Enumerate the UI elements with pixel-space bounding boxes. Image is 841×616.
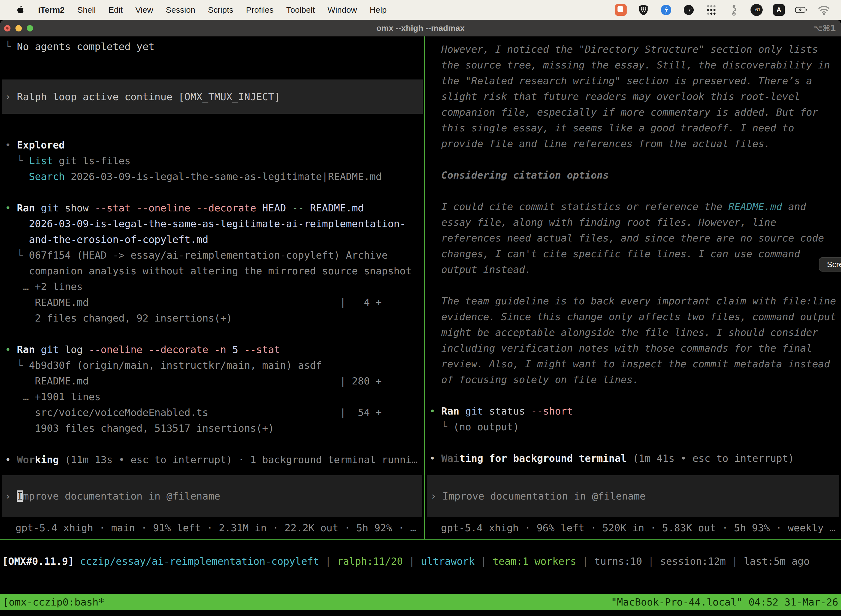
terminal-line: src/voice/voiceModeEnabled.ts | 54 + (5, 405, 424, 420)
window-shortcut-badge: ⌥⌘1 (813, 20, 836, 37)
text-segment: | (576, 556, 594, 567)
text-segment: Wai (441, 453, 459, 464)
text-segment: However, I noticed the "Directory Struct… (429, 44, 818, 55)
text-segment: this single essay, it seems like a good … (429, 122, 794, 133)
text-segment: git (459, 405, 483, 417)
text-segment: • (5, 139, 17, 151)
terminal-line: 2026-03-09-is-legal-the-same-as-legitima… (5, 216, 424, 232)
text-segment: … +2 lines (5, 281, 83, 292)
text-segment: companion analysis without altering the … (5, 265, 412, 277)
text-segment: --decorate (190, 202, 256, 214)
wifi-icon[interactable] (818, 4, 830, 16)
dots-grid-icon[interactable] (705, 4, 717, 16)
text-segment: status (483, 405, 525, 417)
left-terminal-pane[interactable]: └ No agents completed yet› Ralph loop ac… (0, 39, 424, 475)
text-segment: | (642, 556, 660, 567)
badge-61-icon[interactable]: ..61 (750, 4, 763, 16)
text-segment: mprove documentation in @filename (23, 490, 220, 502)
text-segment: (no output) (453, 421, 519, 433)
terminal-line: The team guideline is to back every impo… (429, 293, 841, 309)
text-segment: evidence. Since this change only affects… (429, 311, 836, 322)
terminal-line: • Working (11m 13s • esc to interrupt) ·… (5, 452, 424, 468)
text-segment: └ (5, 155, 29, 166)
menu-item-toolbelt[interactable]: Toolbelt (286, 5, 315, 15)
terminal-line: Considering citation options (429, 167, 841, 183)
text-segment: I could cite commit statistics or refere… (429, 201, 728, 212)
menu-item-profiles[interactable]: Profiles (246, 5, 273, 15)
menu-item-session[interactable]: Session (166, 5, 195, 15)
menu-item-iterm2[interactable]: iTerm2 (38, 5, 64, 15)
text-segment: changes, I can't cite specific file line… (429, 248, 800, 260)
terminal-line: including verification notes with those … (429, 340, 841, 356)
keyboard-layout-icon[interactable]: A (773, 4, 785, 16)
terminal-line: this single essay, it seems like a good … (429, 120, 841, 136)
text-segment: | (403, 556, 421, 567)
omx-status-bar: [OMX#0.11.9] cczip/essay/ai-reimplementa… (2, 553, 810, 569)
terminal-window[interactable]: └ No agents completed yet› Ralph loop ac… (0, 37, 841, 616)
tmux-status-bar: [omx-cczip0:bash* "MacBook-Pro-44.local"… (0, 594, 841, 610)
text-segment: companion file, especially if more comme… (429, 107, 818, 118)
text-segment: › (431, 490, 442, 502)
menu-item-window[interactable]: Window (328, 5, 357, 15)
text-segment: git ls-files (53, 155, 130, 166)
compass-icon[interactable] (660, 4, 672, 16)
tmux-host-clock: "MacBook-Pro-44.local" 04:52 31-Mar-26 (611, 594, 838, 610)
text-segment: provide file and line references from th… (429, 138, 770, 149)
text-segment: I (17, 490, 23, 502)
menu-item-scripts[interactable]: Scripts (208, 5, 233, 15)
left-prompt-input[interactable]: › Improve documentation in @filename (1, 475, 422, 517)
screen-sharing-popup[interactable]: Scre (819, 257, 841, 271)
terminal-line: 1903 files changed, 513517 insertions(+) (5, 420, 424, 436)
text-segment: HEAD (256, 202, 286, 214)
terminal-line: • Explored (5, 137, 424, 153)
text-segment: -n (208, 344, 226, 355)
text-segment: might be acceptable alongside the file l… (429, 327, 818, 338)
text-segment: of focusing solely on file lines. (429, 374, 639, 385)
text-segment: README.md | 4 + (5, 297, 382, 308)
text-segment: 5 (226, 344, 238, 355)
text-segment: ultrawork (421, 556, 475, 567)
terminal-line: README.md | 4 + (5, 295, 424, 310)
terminal-line: Search 2026-03-09-is-legal-the-same-as-l… (5, 169, 424, 184)
terminal-line: slight risk that future readers may over… (429, 89, 841, 104)
apple-icon[interactable] (15, 4, 26, 16)
terminal-line: └ (no output) (429, 419, 841, 435)
text-segment: last:5m ago (744, 556, 810, 567)
terminal-line: review. Also, I might want to inspect th… (429, 356, 841, 372)
window-title: omx --xhigh --madmax (0, 20, 841, 37)
hook-icon[interactable] (728, 4, 740, 16)
text-segment: turns:10 (594, 556, 642, 567)
screen-record-icon[interactable] (615, 4, 627, 16)
text-segment: └ (5, 41, 17, 52)
text-segment: 4b9d30f (origin/main, instructkr/main, m… (29, 359, 322, 371)
text-segment: README.md | 280 + (5, 375, 382, 387)
right-terminal-pane[interactable]: However, I noticed the "Directory Struct… (425, 41, 841, 475)
terminal-line: • Ran git log --oneline --decorate -n 5 … (5, 342, 424, 357)
text-segment: 067f154 (HEAD -> essay/ai-reimplementati… (29, 249, 388, 261)
menu-item-view[interactable]: View (135, 5, 153, 15)
terminal-line: evidence. Since this change only affects… (429, 309, 841, 324)
text-segment: git (35, 202, 59, 214)
menu-item-shell[interactable]: Shell (77, 5, 96, 15)
terminal-line: … +2 lines (5, 279, 424, 295)
text-segment: 1903 files changed, 513517 insertions(+) (5, 422, 274, 434)
terminal-line: might be acceptable alongside the file l… (429, 324, 841, 340)
pie-meter-icon[interactable] (683, 4, 695, 16)
menu-item-help[interactable]: Help (370, 5, 387, 15)
text-segment (5, 171, 29, 182)
terminal-line: … +1901 lines (5, 389, 424, 405)
inject-banner: › Ralph loop active continue [OMX_TMUX_I… (1, 79, 423, 114)
privacy-shield-icon[interactable] (637, 4, 649, 16)
battery-icon[interactable] (795, 4, 807, 16)
text-segment: references need actual files, and since … (429, 232, 824, 244)
tmux-session-label: [omx-cczip0:bash* (3, 594, 104, 610)
text-segment: Search (29, 171, 65, 182)
menu-item-edit[interactable]: Edit (108, 5, 123, 15)
terminal-line: essay file, along with finding root file… (429, 214, 841, 230)
text-segment: 2026-03-09-is-legal-the-same-as-legitima… (65, 171, 382, 182)
right-prompt-input[interactable]: › Improve documentation in @filename (427, 475, 840, 517)
text-segment: README.md (728, 201, 782, 212)
text-segment: └ (5, 359, 29, 371)
terminal-line: README.md | 280 + (5, 373, 424, 389)
text-segment: └ (429, 421, 453, 433)
